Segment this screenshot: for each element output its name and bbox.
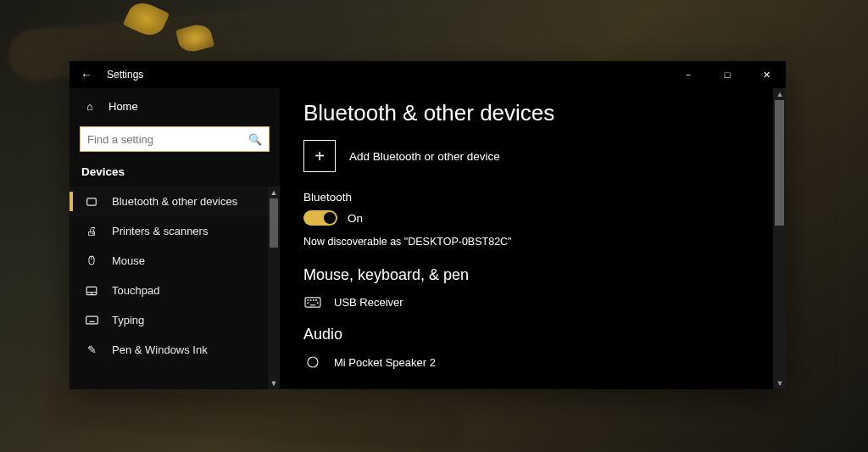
scroll-down-icon[interactable]: ▼	[268, 377, 280, 389]
sidebar-item-label: Mouse	[112, 254, 145, 267]
sidebar-item-touchpad[interactable]: Touchpad	[70, 276, 280, 305]
settings-window: ← Settings − □ ✕ ⌂ Home 🔍 Devices	[70, 61, 786, 389]
sidebar-item-label: Typing	[112, 314, 144, 326]
svg-point-14	[308, 300, 309, 301]
add-device-button[interactable]: + Add Bluetooth or other device	[303, 140, 786, 172]
plus-icon: +	[303, 140, 336, 172]
svg-point-19	[317, 303, 318, 304]
sidebar-nav-list: Bluetooth & other devices 🖨 Printers & s…	[70, 187, 280, 365]
close-button[interactable]: ✕	[747, 61, 786, 88]
sidebar-item-label: Pen & Windows Ink	[112, 343, 208, 356]
printer-icon: 🖨	[85, 225, 98, 237]
sidebar-item-pen[interactable]: ✎ Pen & Windows Ink	[70, 335, 280, 365]
home-label: Home	[108, 100, 138, 113]
main-scroll-thumb[interactable]	[775, 100, 784, 226]
sidebar-item-label: Printers & scanners	[112, 225, 208, 237]
sidebar-scroll-thumb[interactable]	[270, 198, 278, 248]
speaker-icon	[303, 355, 322, 369]
main-scrollbar[interactable]: ▲ ▼	[773, 88, 786, 389]
device-label: USB Receiver	[334, 296, 403, 309]
svg-point-15	[310, 300, 311, 301]
titlebar: ← Settings − □ ✕	[70, 61, 786, 88]
scroll-up-icon[interactable]: ▲	[774, 88, 786, 100]
scroll-up-icon[interactable]: ▲	[268, 187, 280, 198]
section-audio: Audio	[303, 326, 786, 343]
home-icon: ⌂	[83, 100, 97, 113]
home-nav[interactable]: ⌂ Home	[70, 93, 280, 120]
desktop-background-leaf	[123, 0, 170, 41]
sidebar-item-bluetooth[interactable]: Bluetooth & other devices	[70, 187, 280, 216]
back-button[interactable]: ←	[70, 68, 103, 81]
mouse-icon	[85, 255, 98, 267]
device-item-speaker[interactable]: Mi Pocket Speaker 2	[303, 352, 786, 369]
desktop-background-leaf	[175, 21, 214, 54]
svg-point-17	[316, 300, 317, 301]
main-pane: Bluetooth & other devices + Add Bluetoot…	[280, 88, 786, 389]
sidebar-scrollbar[interactable]: ▲ ▼	[268, 187, 280, 389]
desktop-background-branch	[42, 386, 467, 450]
bluetooth-toggle-state: On	[348, 212, 363, 225]
discoverable-text: Now discoverable as "DESKTOP-0BST82C"	[303, 236, 786, 248]
section-mouse-keyboard-pen: Mouse, keyboard, & pen	[303, 266, 786, 284]
maximize-button[interactable]: □	[708, 61, 747, 88]
svg-point-18	[308, 303, 309, 304]
keyboard-icon	[85, 315, 98, 325]
sidebar: ⌂ Home 🔍 Devices Bluetooth & other devic…	[70, 88, 280, 389]
sidebar-item-mouse[interactable]: Mouse	[70, 246, 280, 276]
search-input[interactable]	[87, 133, 248, 146]
bluetooth-icon	[85, 196, 98, 208]
add-device-label: Add Bluetooth or other device	[349, 150, 500, 163]
sidebar-item-label: Touchpad	[112, 284, 159, 297]
page-title: Bluetooth & other devices	[303, 88, 786, 140]
touchpad-icon	[85, 286, 98, 296]
svg-point-21	[308, 357, 318, 367]
toggle-knob	[324, 212, 336, 224]
svg-rect-7	[86, 316, 97, 324]
pen-icon: ✎	[85, 343, 98, 356]
sidebar-category: Devices	[70, 160, 280, 187]
scroll-down-icon[interactable]: ▼	[774, 377, 786, 389]
bluetooth-toggle[interactable]	[303, 210, 337, 226]
svg-point-16	[313, 300, 314, 301]
minimize-button[interactable]: −	[669, 61, 708, 88]
window-title: Settings	[103, 69, 143, 81]
keyboard-icon	[303, 297, 322, 308]
sidebar-item-label: Bluetooth & other devices	[112, 195, 237, 208]
search-box[interactable]: 🔍	[80, 126, 270, 152]
device-item-usb-receiver[interactable]: USB Receiver	[303, 293, 786, 326]
sidebar-item-printers[interactable]: 🖨 Printers & scanners	[70, 216, 280, 246]
bluetooth-heading: Bluetooth	[303, 191, 786, 204]
device-label: Mi Pocket Speaker 2	[334, 356, 436, 369]
sidebar-item-typing[interactable]: Typing	[70, 305, 280, 335]
svg-rect-0	[87, 198, 97, 204]
search-icon: 🔍	[248, 133, 262, 146]
